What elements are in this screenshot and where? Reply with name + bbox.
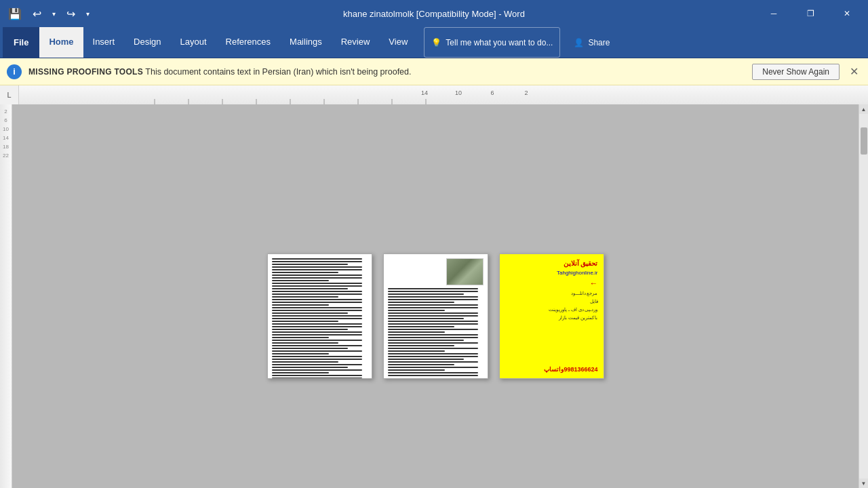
ruler-number-14: 14	[421, 89, 428, 96]
title-bar: 💾 ↩ ▾ ↪ ▾ khane zinatolmolk [Compatibili…	[0, 0, 868, 27]
ad-site: Tahghighonline.ir	[505, 270, 598, 276]
text-line	[388, 307, 479, 308]
text-line	[388, 331, 446, 333]
text-line	[272, 288, 349, 289]
text-line	[272, 361, 339, 363]
text-line	[272, 307, 363, 308]
tab-design[interactable]: Design	[124, 27, 170, 58]
ruler-v-mark-14: 14	[3, 135, 9, 141]
text-line	[272, 353, 330, 354]
tab-review[interactable]: Review	[332, 27, 380, 58]
tab-layout[interactable]: Layout	[171, 27, 216, 58]
tab-home[interactable]: Home	[39, 27, 83, 58]
ruler-number-2: 2	[524, 89, 528, 96]
text-line	[272, 367, 349, 368]
text-line	[388, 340, 465, 341]
close-button[interactable]: ✕	[831, 4, 863, 23]
text-line	[272, 274, 363, 276]
undo-dropdown[interactable]: ▾	[49, 4, 58, 23]
restore-button[interactable]: ❐	[795, 4, 826, 23]
text-line	[272, 348, 349, 349]
ad-download-label: مرجع دانلـــود	[505, 291, 598, 296]
text-line	[272, 378, 363, 379]
notification-bar: i MISSING PROOFING TOOLS This document c…	[0, 58, 868, 85]
scroll-thumb[interactable]	[861, 127, 867, 155]
text-line	[272, 329, 349, 330]
text-line	[272, 315, 363, 317]
redo-button[interactable]: ↪	[61, 4, 80, 23]
info-icon: i	[7, 64, 22, 79]
notification-title: MISSING PROOFING TOOLS	[28, 67, 143, 77]
text-line	[272, 280, 330, 281]
ad-arrow-row: ←	[505, 279, 598, 288]
tab-file[interactable]: File	[3, 27, 39, 58]
ruler-ticks-svg: 14 10 6 2	[19, 85, 868, 104]
text-line	[272, 277, 363, 279]
text-line	[272, 272, 339, 273]
pages-container: تحقیق آنلاین Tahghighonline.ir ← مرجع دا…	[267, 253, 604, 379]
ruler-corner-button[interactable]: L	[0, 85, 19, 104]
tab-references[interactable]: References	[216, 27, 280, 58]
ad-file-label: فایل	[505, 299, 598, 304]
ruler-horizontal: 14 10 6 2	[19, 85, 868, 104]
text-line	[388, 369, 446, 371]
save-button[interactable]: 💾	[5, 4, 24, 23]
scroll-up-button[interactable]: ▲	[859, 104, 869, 114]
page-3-thumbnail[interactable]: تحقیق آنلاین Tahghighonline.ir ← مرجع دا…	[499, 253, 604, 379]
share-button[interactable]: 👤 Share	[566, 27, 618, 58]
minimize-button[interactable]: ─	[758, 4, 789, 23]
text-line	[272, 293, 363, 295]
page-2-thumbnail[interactable]	[383, 253, 488, 379]
text-line	[388, 329, 479, 330]
text-line	[388, 310, 446, 311]
text-line	[272, 302, 363, 303]
page2-image	[446, 258, 484, 285]
ruler-v-mark-22: 22	[3, 152, 9, 159]
main-layout: 2 6 10 14 18 22	[0, 104, 868, 488]
text-line	[272, 285, 363, 287]
text-line	[272, 350, 363, 352]
page3-ad-content: تحقیق آنلاین Tahghighonline.ir ← مرجع دا…	[500, 254, 604, 378]
text-line	[272, 264, 349, 265]
undo-button[interactable]: ↩	[27, 4, 46, 23]
text-line	[388, 364, 455, 365]
ad-formats: وردـپی دی اف ـ پاورپوینت	[505, 307, 598, 312]
text-line	[272, 331, 363, 333]
text-line	[272, 310, 363, 311]
text-line	[388, 304, 479, 306]
text-line	[272, 283, 363, 284]
scroll-track[interactable]	[859, 114, 869, 479]
ribbon-tabs: File Home Insert Design Layout Reference…	[0, 27, 868, 58]
text-line	[272, 334, 363, 336]
vertical-scrollbar[interactable]: ▲ ▼	[859, 104, 868, 488]
window-controls: ─ ❐ ✕	[758, 4, 863, 23]
window-title: khane zinatolmolk [Compatibility Mode] -…	[343, 9, 525, 19]
tab-insert[interactable]: Insert	[83, 27, 125, 58]
text-line	[388, 356, 479, 357]
ad-shop: با کمترین قیمت بازار	[505, 315, 598, 321]
text-line	[388, 312, 479, 314]
page2-content	[384, 254, 488, 379]
more-dropdown[interactable]: ▾	[83, 4, 92, 23]
text-line	[388, 299, 479, 300]
text-line	[272, 356, 363, 357]
text-line	[388, 323, 479, 325]
text-line	[272, 261, 363, 262]
tell-me-field[interactable]: 💡 Tell me what you want to do...	[424, 27, 560, 58]
notification-text: MISSING PROOFING TOOLS This document con…	[28, 67, 745, 77]
text-line	[388, 318, 465, 319]
scroll-down-button[interactable]: ▼	[859, 479, 869, 488]
text-line	[272, 291, 363, 292]
text-line	[272, 369, 363, 371]
tab-view[interactable]: View	[379, 27, 417, 58]
notification-close-button[interactable]: ✕	[846, 64, 861, 79]
page-1-thumbnail[interactable]	[267, 253, 372, 379]
tell-me-label: Tell me what you want to do...	[446, 38, 553, 47]
text-line	[388, 353, 479, 354]
ad-arrow-icon: ←	[590, 279, 598, 288]
never-show-button[interactable]: Never Show Again	[752, 64, 840, 80]
text-line	[272, 304, 330, 306]
text-line	[272, 321, 339, 322]
tab-mailings[interactable]: Mailings	[280, 27, 332, 58]
ruler-v-mark-10: 10	[3, 126, 9, 132]
